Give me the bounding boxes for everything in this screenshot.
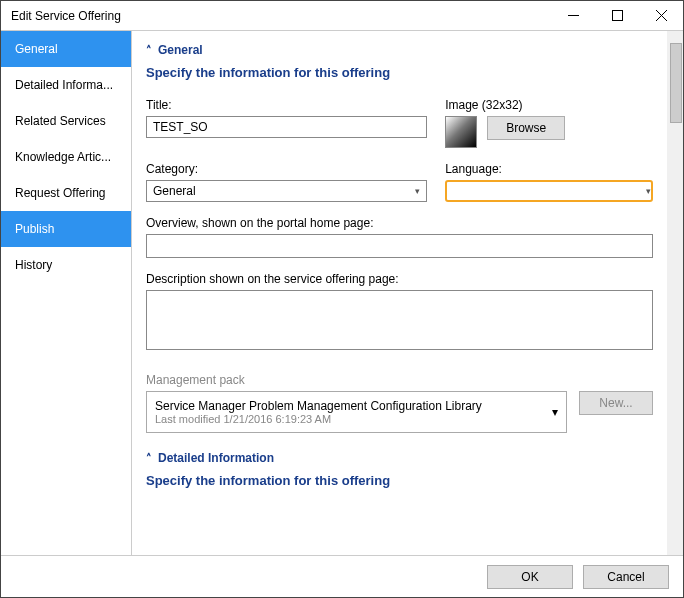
section-detailed-title: Detailed Information [158, 451, 274, 465]
management-pack-label: Management pack [146, 373, 653, 387]
title-label: Title: [146, 98, 427, 112]
description-label: Description shown on the service offerin… [146, 272, 653, 286]
overview-input[interactable] [146, 234, 653, 258]
browse-button[interactable]: Browse [487, 116, 565, 140]
section-general-header[interactable]: ˄ General [146, 43, 653, 57]
management-pack-modified: Last modified 1/21/2016 6:19:23 AM [155, 413, 482, 425]
sidebar-item-publish[interactable]: Publish [1, 211, 131, 247]
section-general-title: General [158, 43, 203, 57]
overview-label: Overview, shown on the portal home page: [146, 216, 653, 230]
sidebar-item-knowledge-articles[interactable]: Knowledge Artic... [1, 139, 131, 175]
ok-button[interactable]: OK [487, 565, 573, 589]
scrollbar-thumb[interactable] [670, 43, 682, 123]
language-label: Language: [445, 162, 653, 176]
chevron-down-icon: ▾ [415, 186, 420, 196]
cancel-button[interactable]: Cancel [583, 565, 669, 589]
dialog-footer: OK Cancel [1, 555, 683, 597]
close-button[interactable] [639, 1, 683, 30]
sidebar-item-history[interactable]: History [1, 247, 131, 283]
section-general-subtitle: Specify the information for this offerin… [146, 65, 653, 80]
sidebar-item-request-offering[interactable]: Request Offering [1, 175, 131, 211]
scrollbar[interactable] [667, 31, 683, 555]
category-value: General [153, 184, 196, 198]
sidebar-item-general[interactable]: General [1, 31, 131, 67]
sidebar-item-detailed-information[interactable]: Detailed Informa... [1, 67, 131, 103]
chevron-down-icon: ▾ [646, 186, 651, 196]
svg-rect-1 [612, 11, 622, 21]
description-input[interactable] [146, 290, 653, 350]
title-bar: Edit Service Offering [1, 1, 683, 31]
section-detailed-subtitle: Specify the information for this offerin… [146, 473, 653, 488]
management-pack-select[interactable]: Service Manager Problem Management Confi… [146, 391, 567, 433]
chevron-down-icon: ▾ [552, 405, 558, 419]
image-label: Image (32x32) [445, 98, 653, 112]
category-select[interactable]: General ▾ [146, 180, 427, 202]
sidebar: General Detailed Informa... Related Serv… [1, 31, 132, 555]
window-buttons [551, 1, 683, 30]
image-thumbnail [445, 116, 477, 148]
caret-up-icon: ˄ [146, 44, 152, 57]
title-input[interactable] [146, 116, 427, 138]
minimize-button[interactable] [551, 1, 595, 30]
management-pack-name: Service Manager Problem Management Confi… [155, 399, 482, 413]
caret-up-icon: ˄ [146, 452, 152, 465]
window-title: Edit Service Offering [11, 9, 551, 23]
sidebar-item-related-services[interactable]: Related Services [1, 103, 131, 139]
section-detailed-header[interactable]: ˄ Detailed Information [146, 451, 653, 465]
category-label: Category: [146, 162, 427, 176]
main-panel: ˄ General Specify the information for th… [132, 31, 683, 555]
language-select[interactable]: ▾ [445, 180, 653, 202]
maximize-button[interactable] [595, 1, 639, 30]
new-management-pack-button[interactable]: New... [579, 391, 653, 415]
